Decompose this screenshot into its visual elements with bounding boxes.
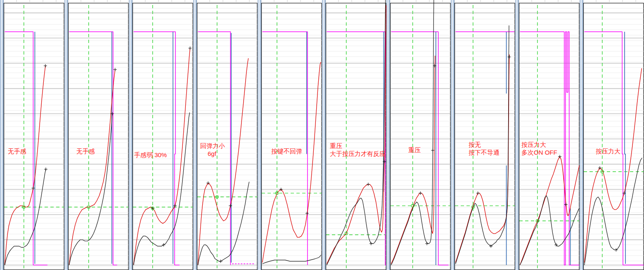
chart-border: [197, 3, 258, 270]
chart-panels-row: 200.0180.0160.0140.0120.0100.080.060.040…: [0, 0, 644, 270]
force-curve-plot: [258, 0, 322, 270]
annotation-text: 按压力大: [521, 141, 546, 148]
annotation-text: 手感弱 30%: [134, 151, 167, 159]
annotation-text: 重压: [330, 142, 342, 150]
chart-border: [391, 3, 451, 270]
chart-panel-7: 200.0180.0160.0140.0120.0100.080.060.040…: [386, 0, 451, 270]
chart-border: [262, 3, 322, 270]
chart-border: [455, 3, 515, 270]
chart-border: [584, 3, 644, 270]
chart-border: [133, 3, 193, 270]
chart-panel-1: 200.0180.0160.0140.0120.0100.080.060.040…: [0, 0, 64, 270]
annotation-text: 按无: [469, 141, 481, 148]
chart-panel-3: 200.0180.0160.0140.0120.0100.080.060.040…: [129, 0, 193, 270]
chart-panel-8: 200.0180.0160.0140.0120.0100.080.060.040…: [451, 0, 515, 270]
force-curve-plot: [193, 0, 258, 270]
force-curve-plot: [515, 0, 580, 270]
chart-panel-4: 200.0180.0160.0140.0120.0100.080.060.040…: [193, 0, 258, 270]
chart-border: [326, 3, 386, 270]
chart-panel-10: 200.0180.0160.0140.0120.0100.080.060.040…: [580, 0, 644, 270]
force-curve-plot: [322, 0, 386, 270]
chart-panel-9: 200.0180.0160.0140.0120.0100.080.060.040…: [515, 0, 580, 270]
annotation-text: 回弹力小: [200, 142, 225, 150]
chart-panel-6: 200.0180.0160.0140.0120.0100.080.060.040…: [322, 0, 386, 270]
force-curve-plot: [129, 0, 193, 270]
force-curve-plot: [451, 0, 515, 270]
annotation-text: 多次ON OFF: [521, 149, 557, 156]
annotation-text: 重压: [408, 146, 421, 154]
chart-border: [69, 3, 129, 270]
annotation-text: 按下不导通: [469, 149, 500, 156]
chart-panel-5: 200.0180.0160.0140.0120.0100.080.060.040…: [258, 0, 322, 270]
force-curve-plot: [0, 0, 64, 270]
annotation-text: 无手感: [8, 148, 26, 155]
annotation-text: 无手感: [76, 148, 95, 155]
annotation-text: 按压力大: [596, 148, 620, 155]
annotation-text: 按键不回弹: [271, 148, 302, 155]
force-curve-plot: [64, 0, 129, 270]
chart-panel-2: 200.0180.0160.0140.0120.0100.080.060.040…: [64, 0, 129, 270]
annotation-text: 6gf: [208, 150, 216, 158]
force-curve-plot: [580, 0, 644, 270]
force-curve-plot: [386, 0, 451, 270]
annotation-text: 大于按压力才有反应: [330, 150, 386, 158]
